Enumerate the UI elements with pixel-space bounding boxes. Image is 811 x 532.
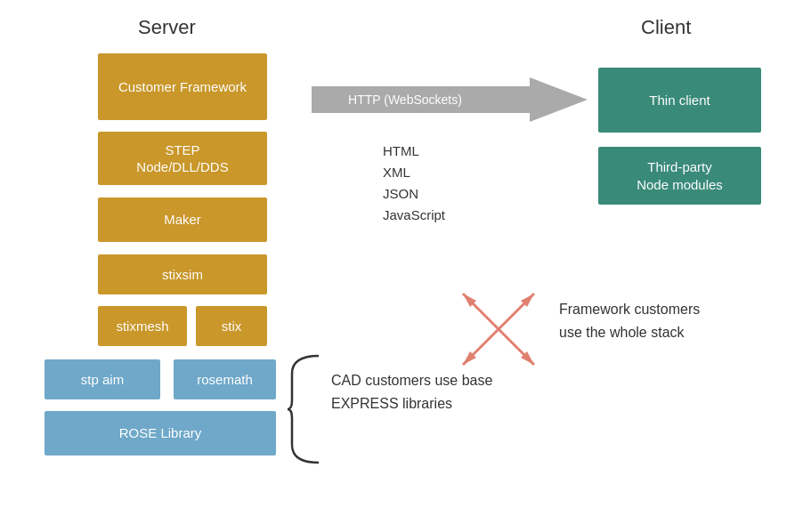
- stixmesh-box: stixmesh: [98, 306, 187, 346]
- rosemath-label: rosemath: [197, 371, 253, 389]
- step-node-label: STEPNode/DLL/DDS: [136, 141, 228, 176]
- diagram-container: Server Client Customer Framework STEPNod…: [0, 0, 811, 532]
- cad-customers-label: CAD customers use baseEXPRESS libraries: [331, 369, 492, 415]
- stix-box: stix: [196, 306, 267, 346]
- stp-aim-box: stp aim: [45, 359, 160, 399]
- http-arrow: HTTP (WebSockets): [312, 73, 588, 126]
- rosemath-box: rosemath: [174, 359, 276, 399]
- stp-aim-label: stp aim: [81, 371, 124, 389]
- javascript-label: JavaScript: [383, 205, 445, 226]
- json-label: JSON: [383, 183, 445, 205]
- cad-brace: [283, 351, 328, 467]
- maker-label: Maker: [164, 211, 201, 229]
- step-node-box: STEPNode/DLL/DDS: [98, 132, 267, 185]
- stixsim-box: stixsim: [98, 254, 267, 294]
- rose-library-box: ROSE Library: [45, 411, 276, 455]
- rose-library-label: ROSE Library: [119, 424, 202, 442]
- thin-client-box: Thin client: [598, 68, 761, 133]
- protocol-labels: HTML XML JSON JavaScript: [383, 141, 445, 226]
- stixsim-label: stixsim: [162, 266, 203, 284]
- svg-text:HTTP (WebSockets): HTTP (WebSockets): [348, 93, 462, 107]
- thin-client-label: Thin client: [649, 92, 710, 109]
- stix-label: stix: [222, 318, 242, 335]
- client-header: Client: [641, 16, 691, 39]
- html-label: HTML: [383, 141, 445, 162]
- xml-label: XML: [383, 162, 445, 183]
- customer-framework-label: Customer Framework: [118, 78, 247, 96]
- framework-customers-label: Framework customersuse the whole stack: [559, 298, 700, 343]
- x-arrows: [445, 276, 552, 383]
- server-header: Server: [138, 16, 196, 39]
- third-party-label: Third-partyNode modules: [637, 158, 723, 193]
- third-party-box: Third-partyNode modules: [598, 147, 761, 205]
- customer-framework-box: Customer Framework: [98, 53, 267, 120]
- stixmesh-label: stixmesh: [116, 318, 168, 335]
- maker-box: Maker: [98, 197, 267, 242]
